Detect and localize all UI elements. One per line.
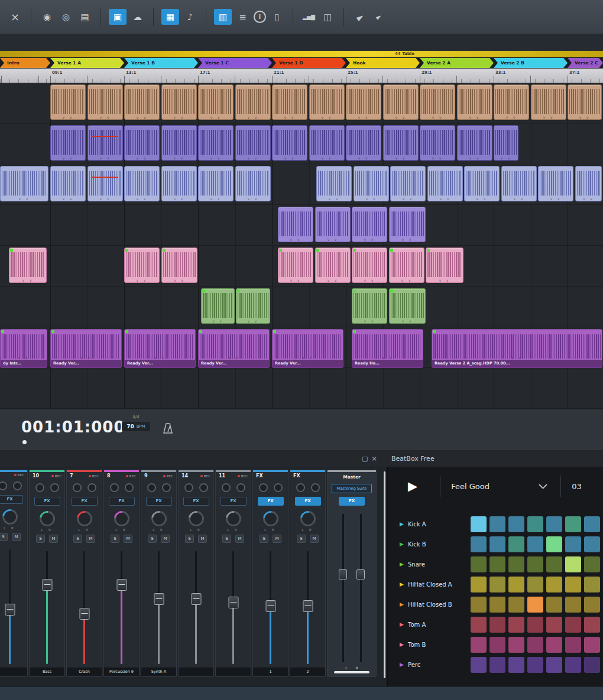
audio-clip[interactable]: Ready Ver... bbox=[272, 329, 343, 368]
audio-clip[interactable] bbox=[575, 166, 602, 201]
audio-clip[interactable] bbox=[494, 84, 529, 120]
upload-cloud-icon[interactable]: ☁ bbox=[129, 9, 145, 25]
audio-clip[interactable] bbox=[389, 288, 426, 324]
audio-clip[interactable] bbox=[427, 166, 463, 201]
preset-selector[interactable]: Feel Good bbox=[451, 482, 539, 491]
step-cell[interactable] bbox=[546, 516, 562, 532]
fader-handle[interactable] bbox=[303, 600, 313, 612]
step-cell[interactable] bbox=[565, 556, 581, 572]
solo-button[interactable]: S bbox=[297, 535, 306, 543]
fx-button[interactable]: FX bbox=[221, 497, 247, 506]
audio-clip[interactable] bbox=[87, 84, 123, 120]
fader-handle[interactable] bbox=[154, 593, 164, 605]
step-cell[interactable] bbox=[489, 516, 505, 532]
audio-clip[interactable] bbox=[531, 84, 566, 120]
step-cell[interactable] bbox=[565, 597, 581, 613]
panel-window-controls[interactable]: ▢× bbox=[362, 455, 381, 463]
fader-handle[interactable] bbox=[79, 608, 89, 620]
step-cell[interactable] bbox=[489, 657, 505, 673]
audio-clip[interactable]: Ready Ver... bbox=[50, 329, 122, 368]
step-cell[interactable] bbox=[584, 617, 600, 633]
step-cell[interactable] bbox=[508, 516, 524, 532]
aux-knob[interactable] bbox=[110, 483, 119, 492]
audio-clip[interactable] bbox=[309, 84, 345, 120]
step-cell[interactable] bbox=[546, 597, 562, 613]
audio-clip[interactable] bbox=[161, 166, 197, 201]
audio-clip[interactable] bbox=[538, 166, 573, 201]
pan-knob[interactable] bbox=[297, 508, 318, 529]
aux-knob[interactable] bbox=[222, 483, 231, 492]
volume-fader[interactable] bbox=[30, 549, 64, 666]
step-cell[interactable] bbox=[527, 516, 543, 532]
audio-clip[interactable] bbox=[346, 125, 381, 161]
record-arm-button[interactable]: REC bbox=[51, 474, 61, 478]
dial-icon[interactable]: ◉ bbox=[39, 9, 55, 25]
step-cell[interactable] bbox=[527, 657, 543, 673]
solo-button[interactable]: S bbox=[0, 533, 8, 541]
close-icon[interactable]: × bbox=[7, 9, 23, 25]
step-cell[interactable] bbox=[508, 657, 524, 673]
volume-fader[interactable] bbox=[253, 549, 288, 666]
audio-clip[interactable] bbox=[309, 125, 345, 161]
audio-clip[interactable] bbox=[389, 207, 426, 242]
section-marker[interactable]: Verse 2 A bbox=[420, 58, 494, 68]
step-cell[interactable] bbox=[584, 516, 600, 532]
volume-fader[interactable] bbox=[179, 549, 213, 666]
audio-clip[interactable]: Ready Ho... bbox=[352, 329, 423, 368]
aux-knob[interactable] bbox=[125, 483, 134, 492]
fx-button[interactable]: FX bbox=[183, 497, 209, 506]
play-icon[interactable]: ▶ bbox=[408, 479, 417, 493]
audio-clip[interactable] bbox=[278, 207, 313, 242]
piano-keys-icon[interactable]: ▥ bbox=[214, 9, 232, 25]
solo-button[interactable]: S bbox=[260, 535, 268, 543]
audio-clip[interactable] bbox=[315, 207, 351, 242]
step-cell[interactable] bbox=[527, 577, 543, 592]
playhead-dot[interactable] bbox=[22, 440, 27, 444]
audio-clip[interactable] bbox=[426, 248, 463, 283]
step-cell[interactable] bbox=[546, 617, 562, 633]
step-cell[interactable] bbox=[546, 556, 562, 572]
step-cell[interactable] bbox=[508, 577, 524, 592]
audio-clip[interactable] bbox=[0, 166, 48, 201]
pan-knob[interactable] bbox=[111, 508, 132, 529]
audio-clip[interactable] bbox=[272, 84, 307, 120]
audio-clip[interactable] bbox=[198, 166, 234, 201]
step-cell[interactable] bbox=[471, 597, 487, 613]
step-cell[interactable] bbox=[471, 657, 487, 673]
section-marker[interactable]: Verse 2 C bbox=[568, 58, 603, 68]
pan-knob[interactable] bbox=[36, 508, 57, 529]
aux-knob[interactable] bbox=[199, 483, 208, 492]
step-cell[interactable] bbox=[584, 556, 600, 572]
step-cell[interactable] bbox=[527, 637, 543, 653]
aux-knob[interactable] bbox=[259, 483, 268, 492]
fader-handle[interactable] bbox=[5, 604, 15, 616]
triangle-icon[interactable]: ▶ bbox=[400, 581, 408, 587]
mute-button[interactable]: M bbox=[235, 535, 244, 543]
time-display[interactable]: 001:01:000 bbox=[21, 418, 125, 436]
solo-button[interactable]: S bbox=[185, 535, 194, 543]
aux-knob[interactable] bbox=[73, 483, 82, 492]
fader-handle[interactable] bbox=[116, 579, 127, 591]
audio-clip[interactable] bbox=[50, 166, 86, 201]
metronome-icon[interactable] bbox=[162, 422, 174, 437]
triangle-icon[interactable]: ▶ bbox=[400, 541, 408, 547]
fader-handle[interactable] bbox=[265, 600, 275, 612]
mute-button[interactable]: M bbox=[86, 535, 95, 543]
volume-fader[interactable] bbox=[290, 549, 325, 666]
split-columns-icon[interactable]: ◫ bbox=[320, 9, 336, 25]
step-cell[interactable] bbox=[565, 617, 581, 633]
step-cell[interactable] bbox=[489, 556, 505, 572]
audio-clip[interactable] bbox=[457, 84, 492, 120]
step-cell[interactable] bbox=[508, 556, 524, 572]
fx-button[interactable]: FX bbox=[146, 497, 172, 506]
volume-fader[interactable] bbox=[0, 547, 27, 666]
song-structure-bar[interactable]: 44 Table bbox=[0, 51, 603, 57]
triangle-icon[interactable]: ▶ bbox=[400, 621, 408, 627]
aux-knob[interactable] bbox=[311, 483, 320, 492]
aux-knob[interactable] bbox=[35, 483, 44, 492]
audio-clip[interactable] bbox=[50, 84, 86, 120]
aux-knob[interactable] bbox=[147, 483, 156, 492]
folder-icon[interactable]: ▤ bbox=[77, 9, 93, 25]
document-icon[interactable]: ▯ bbox=[269, 9, 285, 25]
audio-clip[interactable] bbox=[568, 84, 602, 120]
